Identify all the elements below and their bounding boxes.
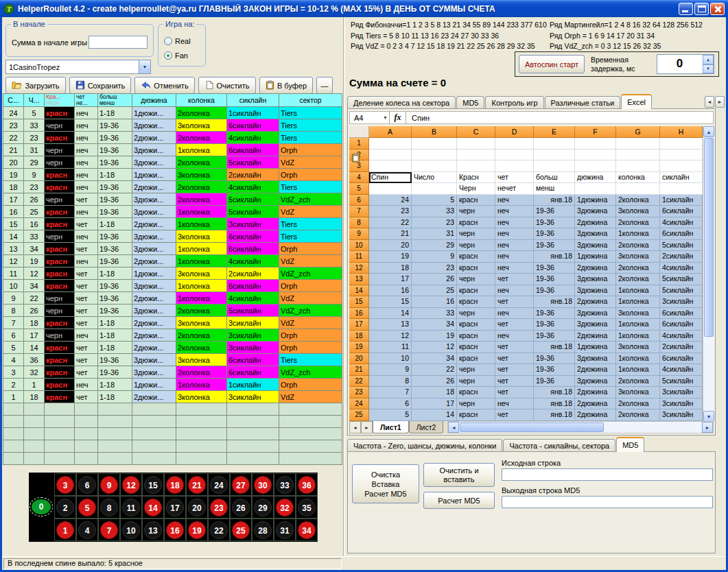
excel-cell[interactable]: 13 xyxy=(369,319,412,331)
excel-cell[interactable]: 19-36 xyxy=(534,285,575,297)
excel-cell[interactable]: 22 xyxy=(412,364,457,376)
excel-row-header[interactable]: 22 xyxy=(349,376,369,388)
excel-cell[interactable]: Красн xyxy=(457,172,495,184)
roulette-number[interactable]: 18 xyxy=(164,473,186,496)
excel-cell[interactable]: 1дюжина xyxy=(575,195,616,206)
tab-md5-top[interactable]: MD5 xyxy=(456,96,484,109)
excel-cell[interactable] xyxy=(457,150,495,161)
excel-cell[interactable]: 3дюжина xyxy=(575,376,616,388)
excel-col-header[interactable]: H xyxy=(660,126,703,138)
excel-cell[interactable]: красн xyxy=(457,342,495,353)
excel-col-header[interactable]: F xyxy=(575,126,616,138)
roulette-number[interactable]: 28 xyxy=(252,519,274,541)
start-sum-input[interactable] xyxy=(89,36,148,49)
roulette-number[interactable]: 10 xyxy=(120,519,142,541)
excel-cell[interactable]: 10 xyxy=(369,353,412,365)
excel-cell[interactable]: неч xyxy=(495,398,534,410)
excel-cell[interactable]: 7 xyxy=(369,387,412,398)
excel-cell[interactable]: 3сиклайн xyxy=(660,387,703,398)
roulette-number[interactable]: 17 xyxy=(164,496,186,519)
excel-cell[interactable]: 1дюжина xyxy=(575,251,616,263)
excel-cell[interactable]: 3дюжина xyxy=(575,353,616,365)
excel-cell[interactable] xyxy=(369,160,412,172)
excel-cell[interactable]: 5сиклайн xyxy=(660,240,703,252)
excel-cell[interactable]: неч xyxy=(495,240,534,252)
roulette-number[interactable]: 35 xyxy=(296,496,318,519)
excel-cell[interactable]: 2колонка xyxy=(616,409,660,421)
roulette-number[interactable]: 16 xyxy=(164,519,186,541)
excel-row-header[interactable]: 9 xyxy=(349,228,369,240)
excel-cell[interactable]: 1колонка xyxy=(616,228,660,240)
clear-button[interactable]: Очистить xyxy=(198,77,256,94)
vscroll-thumb[interactable] xyxy=(704,138,714,337)
roulette-number[interactable]: 24 xyxy=(208,473,230,496)
excel-cell[interactable]: 19 xyxy=(412,331,457,342)
roulette-number[interactable]: 30 xyxy=(252,473,274,496)
excel-cell[interactable]: 34 xyxy=(412,353,457,365)
roulette-number[interactable]: 23 xyxy=(208,496,230,519)
roulette-number[interactable]: 20 xyxy=(186,496,208,519)
roulette-number[interactable]: 21 xyxy=(186,473,208,496)
excel-row-header[interactable]: 17 xyxy=(349,319,369,331)
excel-cell[interactable]: 26 xyxy=(412,376,457,388)
collapse-button[interactable]: — xyxy=(316,77,333,94)
excel-cell[interactable]: черн xyxy=(457,308,495,320)
excel-cell[interactable]: 17 xyxy=(412,398,457,410)
excel-cell[interactable] xyxy=(660,150,703,161)
excel-row-header[interactable]: 21 xyxy=(349,364,369,376)
casino-select[interactable]: 1CasinoTropez ▼ xyxy=(5,60,151,74)
sheet-nav-left-button[interactable]: ◄ xyxy=(349,421,361,433)
save-button[interactable]: Сохранить xyxy=(69,77,131,94)
roulette-number[interactable]: 8 xyxy=(98,496,120,519)
spinner-down-button[interactable]: ▼ xyxy=(703,64,714,74)
excel-cell[interactable]: 2дюжина xyxy=(575,398,616,410)
excel-cell[interactable]: чет xyxy=(495,387,534,398)
excel-cell[interactable]: 19-36 xyxy=(534,364,575,376)
excel-cell[interactable] xyxy=(660,160,703,172)
bottom-tab-freq-chances[interactable]: Частота - Zero, шансы, дюжины, колонки xyxy=(347,439,502,452)
excel-col-header[interactable]: D xyxy=(495,126,534,138)
excel-cell[interactable]: 1колонка xyxy=(616,319,660,331)
excel-row-header[interactable]: 4 xyxy=(349,172,369,184)
excel-cell[interactable]: 2дюжина xyxy=(575,364,616,376)
excel-cell[interactable]: 3сиклайн xyxy=(660,409,703,421)
excel-cell[interactable]: Черн xyxy=(457,183,495,195)
minimize-button[interactable] xyxy=(679,3,693,15)
excel-cell[interactable]: 23 xyxy=(412,217,457,229)
excel-cell[interactable] xyxy=(495,160,534,172)
excel-col-header[interactable]: G xyxy=(616,126,660,138)
excel-cell[interactable]: 1колонка xyxy=(616,364,660,376)
excel-cell[interactable]: неч xyxy=(495,217,534,229)
excel-cell[interactable]: 2колонка xyxy=(616,398,660,410)
excel-cell[interactable]: 12 xyxy=(369,331,412,342)
excel-cell[interactable]: 19-36 xyxy=(534,308,575,320)
excel-cell[interactable] xyxy=(575,183,616,195)
excel-cell[interactable]: черн xyxy=(457,398,495,410)
excel-cell[interactable]: 19-36 xyxy=(534,376,575,388)
excel-cell[interactable] xyxy=(616,138,660,150)
excel-cell[interactable]: 3колонка xyxy=(616,308,660,320)
roulette-number[interactable]: 19 xyxy=(186,519,208,541)
roulette-number[interactable]: 7 xyxy=(98,519,120,541)
excel-cell[interactable]: чет xyxy=(495,353,534,365)
excel-cell[interactable]: больш xyxy=(534,172,575,184)
excel-cell[interactable]: красн xyxy=(457,331,495,342)
excel-cell[interactable]: 5 xyxy=(412,195,457,206)
excel-row-header[interactable]: 23 xyxy=(349,387,369,398)
excel-cell[interactable]: красн xyxy=(457,353,495,365)
excel-cell[interactable]: 19-36 xyxy=(534,240,575,252)
excel-cell[interactable]: 3колонка xyxy=(616,206,660,217)
excel-cell[interactable]: 9 xyxy=(412,251,457,263)
excel-cell[interactable]: янв.18 xyxy=(534,195,575,206)
excel-cell[interactable]: 3колонка xyxy=(616,387,660,398)
excel-cell[interactable]: черн xyxy=(457,274,495,285)
excel-cell[interactable]: красн xyxy=(457,296,495,308)
excel-cell[interactable] xyxy=(660,183,703,195)
excel-cell[interactable]: 2дюжина xyxy=(575,387,616,398)
excel-cell[interactable]: неч xyxy=(495,331,534,342)
tab-scroll-left-button[interactable]: ◄ xyxy=(705,96,714,108)
excel-cell[interactable]: черн xyxy=(457,376,495,388)
excel-cell[interactable]: 2дюжина xyxy=(575,409,616,421)
roulette-number[interactable]: 1 xyxy=(54,519,76,541)
excel-cell[interactable] xyxy=(412,138,457,150)
